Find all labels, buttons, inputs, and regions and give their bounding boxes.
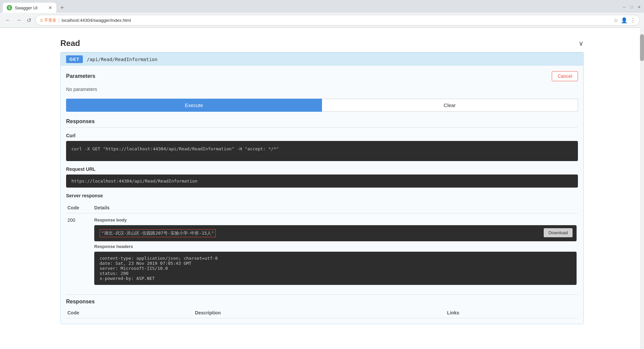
menu-icon[interactable]: ⋮	[630, 17, 636, 23]
url-text: localhost:44304/swagger/index.html	[62, 18, 611, 23]
page-content: Read ∨ GET /api/Read/ReadInformation Par…	[0, 28, 644, 331]
bottom-responses-table: Code Description Links	[66, 307, 578, 318]
response-table: Code Details 200 Response body	[66, 202, 578, 289]
tab-favicon: S	[7, 5, 12, 10]
address-icons: ☆ 👤 ⋮	[613, 17, 636, 23]
bottom-code-col: Code	[66, 307, 194, 318]
method-badge: GET	[66, 55, 83, 63]
params-title: Parameters	[66, 73, 95, 79]
response-body-block: "湖北-武汉-洪山区-住园路207号-实验小学-中班-15人" Download	[94, 225, 577, 241]
back-button[interactable]: ←	[4, 16, 12, 24]
bottom-links-col: Links	[446, 307, 578, 318]
collapse-icon[interactable]: ∨	[579, 39, 584, 47]
endpoint-body: Parameters Cancel No parameters Execute …	[61, 66, 583, 324]
endpoint-header: GET /api/Read/ReadInformation	[61, 53, 583, 66]
execute-button[interactable]: Execute	[66, 99, 322, 112]
scrollbar-track[interactable]	[640, 28, 644, 331]
download-button[interactable]: Download	[544, 228, 573, 237]
bookmark-icon[interactable]: ☆	[613, 17, 618, 23]
maximize-button[interactable]: □	[629, 5, 634, 9]
tab-label: Swagger UI	[15, 5, 38, 10]
reload-button[interactable]: ↺	[25, 16, 33, 25]
bottom-responses-title: Responses	[66, 299, 578, 305]
no-params-text: No parameters	[66, 87, 578, 92]
close-button[interactable]: ✕	[637, 5, 641, 9]
curl-section: Curl curl -X GET "https://localhost:4430…	[66, 133, 578, 161]
response-body-label: Response body	[94, 217, 577, 222]
section-header: Read ∨	[60, 35, 584, 52]
server-response-section: Server response Code Details 200	[66, 193, 578, 289]
curl-label: Curl	[66, 133, 578, 138]
separator: |	[58, 17, 60, 23]
warning-icon: ⚠	[40, 18, 43, 22]
bottom-desc-col: Description	[194, 307, 446, 318]
response-headers-block: content-type: application/json; charset=…	[94, 252, 577, 285]
request-url-label: Request URL	[66, 166, 578, 172]
section-title: Read	[60, 39, 80, 48]
new-tab-button[interactable]: +	[59, 4, 65, 11]
active-tab[interactable]: S Swagger UI ✕	[3, 3, 56, 13]
server-response-label: Server response	[66, 193, 578, 198]
endpoint-path: /api/Read/ReadInformation	[87, 57, 158, 62]
clear-button[interactable]: Clear	[322, 99, 578, 112]
window-controls: ─ □ ✕	[622, 5, 641, 11]
tab-bar: S Swagger UI ✕ + ─ □ ✕	[0, 0, 644, 13]
address-input[interactable]: ⚠ 不安全 | localhost:44304/swagger/index.ht…	[35, 15, 640, 26]
bottom-responses: Responses Code Description Links	[66, 294, 578, 318]
minimize-button[interactable]: ─	[622, 5, 627, 9]
browser-chrome: S Swagger UI ✕ + ─ □ ✕ ← → ↺ ⚠ 不安全 | loc…	[0, 0, 644, 28]
tab-close-button[interactable]: ✕	[48, 5, 52, 10]
details-col-header: Details	[93, 202, 578, 213]
responses-section-title: Responses	[66, 118, 578, 128]
response-body-text: "湖北-武汉-洪山区-住园路207号-实验小学-中班-15人"	[100, 229, 216, 237]
scrollbar-thumb[interactable]	[640, 34, 644, 61]
request-url-section: Request URL https://localhost:44304/api/…	[66, 166, 578, 188]
cancel-button[interactable]: Cancel	[552, 71, 578, 81]
code-col-header: Code	[66, 202, 93, 213]
response-headers-label: Response headers	[94, 244, 577, 249]
response-details: Response body "湖北-武汉-洪山区-住园路207号-实验小学-中班…	[93, 213, 578, 289]
response-code: 200	[66, 213, 93, 289]
address-bar: ← → ↺ ⚠ 不安全 | localhost:44304/swagger/in…	[0, 13, 644, 28]
endpoint-block: GET /api/Read/ReadInformation Parameters…	[60, 52, 584, 324]
security-warning: ⚠ 不安全	[40, 17, 56, 23]
responses-section: Responses Curl curl -X GET "https://loca…	[66, 118, 578, 318]
request-url-block: https://localhost:44304/api/Read/ReadInf…	[66, 174, 578, 188]
forward-button[interactable]: →	[15, 16, 23, 24]
profile-icon[interactable]: 👤	[621, 17, 628, 23]
response-row-200: 200 Response body "湖北-武汉-洪山区-住园路207号-实验小…	[66, 213, 578, 289]
params-header: Parameters Cancel	[66, 71, 578, 81]
curl-code-block: curl -X GET "https://localhost:44304/api…	[66, 141, 578, 161]
action-buttons: Execute Clear	[66, 99, 578, 112]
